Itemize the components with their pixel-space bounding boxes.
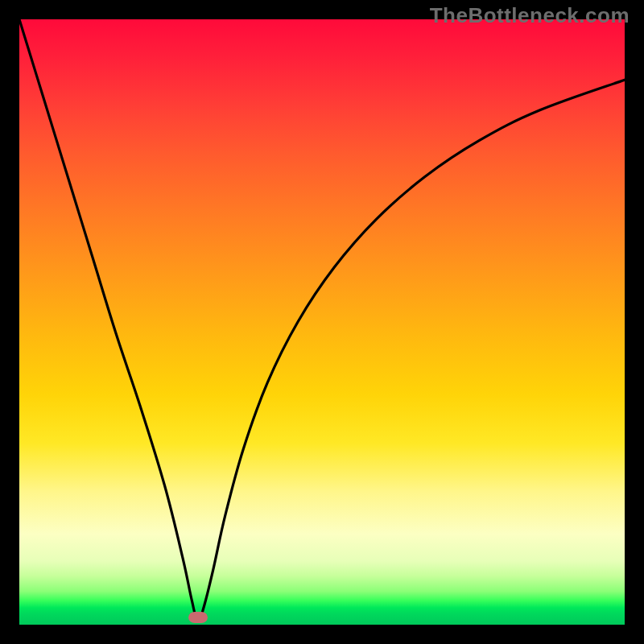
bottleneck-curve — [19, 19, 625, 625]
watermark-text: TheBottleneck.com — [430, 3, 630, 28]
chart-frame: TheBottleneck.com — [0, 0, 644, 644]
plot-area — [19, 19, 625, 625]
minimum-marker — [188, 612, 208, 623]
